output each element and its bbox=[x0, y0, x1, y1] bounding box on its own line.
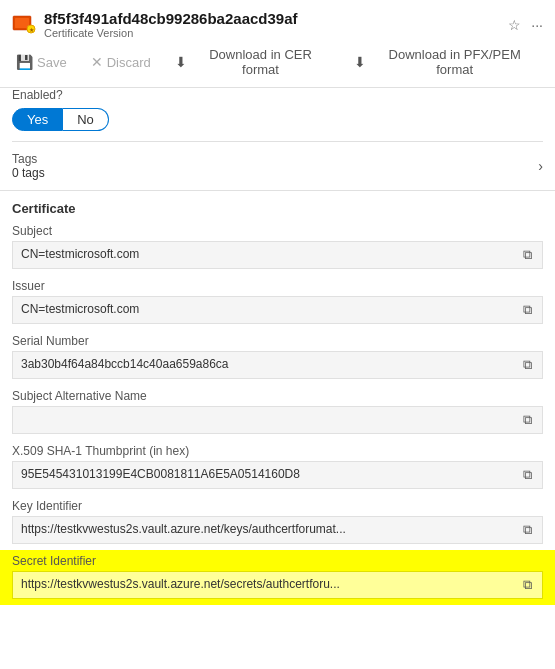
download-pfx-button[interactable]: ⬇ Download in PFX/PEM format bbox=[350, 45, 543, 79]
page-header: ★ 8f5f3f491afd48cb99286ba2aacd39af Certi… bbox=[0, 0, 555, 41]
secret-identifier-label: Secret Identifier bbox=[12, 554, 543, 568]
subject-value: CN=testmicrosoft.com bbox=[21, 247, 521, 263]
serial-number-copy-button[interactable]: ⧉ bbox=[521, 357, 534, 373]
more-icon[interactable]: ··· bbox=[531, 17, 543, 33]
subject-alt-name-field: Subject Alternative Name ⧉ bbox=[0, 385, 555, 440]
subject-field: Subject CN=testmicrosoft.com ⧉ bbox=[0, 220, 555, 275]
header-title-block: 8f5f3f491afd48cb99286ba2aacd39af Certifi… bbox=[44, 10, 500, 39]
subject-alt-name-copy-button[interactable]: ⧉ bbox=[521, 412, 534, 428]
certificate-section-title: Certificate bbox=[0, 191, 555, 220]
secret-identifier-copy-button[interactable]: ⧉ bbox=[521, 577, 534, 593]
subject-label: Subject bbox=[12, 224, 543, 238]
pin-icon[interactable]: ☆ bbox=[508, 17, 521, 33]
secret-identifier-value: https://testkvwestus2s.vault.azure.net/s… bbox=[21, 577, 521, 593]
issuer-value: CN=testmicrosoft.com bbox=[21, 302, 521, 318]
certificate-icon: ★ bbox=[12, 13, 36, 37]
discard-icon: ✕ bbox=[91, 54, 103, 70]
save-icon: 💾 bbox=[16, 54, 33, 70]
enabled-label: Enabled? bbox=[0, 88, 555, 102]
yes-button[interactable]: Yes bbox=[12, 108, 63, 131]
secret-identifier-value-row: https://testkvwestus2s.vault.azure.net/s… bbox=[12, 571, 543, 599]
subject-alt-name-value-row: ⧉ bbox=[12, 406, 543, 434]
discard-button[interactable]: ✕ Discard bbox=[87, 52, 155, 72]
thumbprint-field: X.509 SHA-1 Thumbprint (in hex) 95E54543… bbox=[0, 440, 555, 495]
tags-chevron-icon: › bbox=[538, 158, 543, 174]
serial-number-value: 3ab30b4f64a84bccb14c40aa659a86ca bbox=[21, 357, 521, 373]
save-button[interactable]: 💾 Save bbox=[12, 52, 71, 72]
secret-identifier-field: Secret Identifier https://testkvwestus2s… bbox=[0, 550, 555, 605]
serial-number-label: Serial Number bbox=[12, 334, 543, 348]
thumbprint-copy-button[interactable]: ⧉ bbox=[521, 467, 534, 483]
page-subtitle: Certificate Version bbox=[44, 27, 500, 39]
svg-text:★: ★ bbox=[29, 27, 34, 33]
subject-alt-name-value bbox=[21, 412, 521, 428]
thumbprint-value-row: 95E545431013199E4CB0081811A6E5A0514160D8… bbox=[12, 461, 543, 489]
subject-copy-button[interactable]: ⧉ bbox=[521, 247, 534, 263]
issuer-label: Issuer bbox=[12, 279, 543, 293]
tags-info: Tags 0 tags bbox=[12, 152, 45, 180]
tags-row[interactable]: Tags 0 tags › bbox=[0, 142, 555, 191]
key-identifier-field: Key Identifier https://testkvwestus2s.va… bbox=[0, 495, 555, 550]
header-actions: ☆ ··· bbox=[508, 17, 543, 33]
key-identifier-value-row: https://testkvwestus2s.vault.azure.net/k… bbox=[12, 516, 543, 544]
download-cer-button[interactable]: ⬇ Download in CER format bbox=[171, 45, 335, 79]
subject-value-row: CN=testmicrosoft.com ⧉ bbox=[12, 241, 543, 269]
key-identifier-copy-button[interactable]: ⧉ bbox=[521, 522, 534, 538]
page-title: 8f5f3f491afd48cb99286ba2aacd39af bbox=[44, 10, 500, 27]
enabled-toggle-group: Yes No bbox=[0, 108, 555, 141]
tags-label: Tags bbox=[12, 152, 45, 166]
svg-rect-1 bbox=[15, 18, 29, 28]
toolbar: 💾 Save ✕ Discard ⬇ Download in CER forma… bbox=[0, 41, 555, 88]
issuer-value-row: CN=testmicrosoft.com ⧉ bbox=[12, 296, 543, 324]
key-identifier-value: https://testkvwestus2s.vault.azure.net/k… bbox=[21, 522, 521, 538]
download-cer-icon: ⬇ bbox=[175, 54, 187, 70]
download-pfx-icon: ⬇ bbox=[354, 54, 366, 70]
subject-alt-name-label: Subject Alternative Name bbox=[12, 389, 543, 403]
tags-count: 0 tags bbox=[12, 166, 45, 180]
serial-number-field: Serial Number 3ab30b4f64a84bccb14c40aa65… bbox=[0, 330, 555, 385]
thumbprint-value: 95E545431013199E4CB0081811A6E5A0514160D8 bbox=[21, 467, 521, 483]
issuer-field: Issuer CN=testmicrosoft.com ⧉ bbox=[0, 275, 555, 330]
serial-number-value-row: 3ab30b4f64a84bccb14c40aa659a86ca ⧉ bbox=[12, 351, 543, 379]
thumbprint-label: X.509 SHA-1 Thumbprint (in hex) bbox=[12, 444, 543, 458]
no-button[interactable]: No bbox=[63, 108, 109, 131]
issuer-copy-button[interactable]: ⧉ bbox=[521, 302, 534, 318]
key-identifier-label: Key Identifier bbox=[12, 499, 543, 513]
